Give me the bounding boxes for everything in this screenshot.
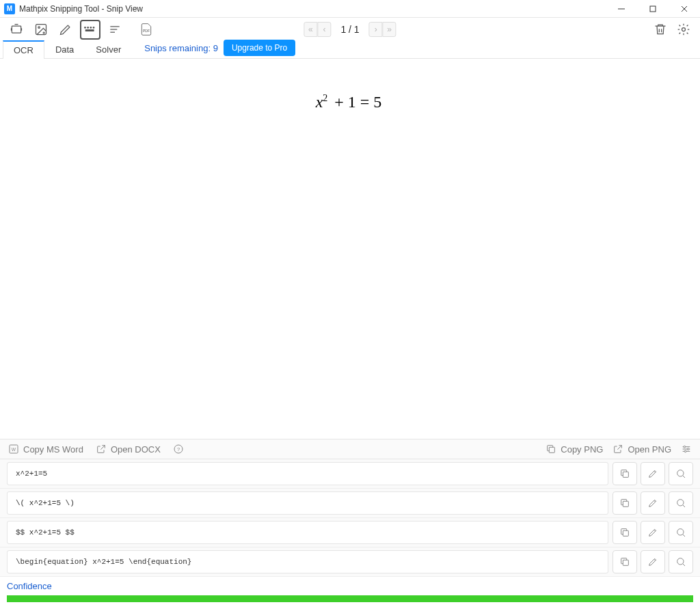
svg-point-29 bbox=[677, 470, 684, 476]
svg-rect-31 bbox=[623, 501, 628, 506]
svg-point-7 bbox=[85, 27, 86, 28]
svg-line-36 bbox=[683, 534, 685, 537]
svg-rect-34 bbox=[623, 530, 628, 536]
maximize-button[interactable] bbox=[637, 0, 669, 18]
tool-group-left: PDF bbox=[7, 20, 156, 39]
edit-button[interactable] bbox=[641, 521, 665, 544]
svg-text:W: W bbox=[12, 447, 16, 452]
svg-line-33 bbox=[683, 505, 685, 507]
svg-point-6 bbox=[38, 27, 40, 29]
copy-button[interactable] bbox=[612, 491, 637, 515]
confidence-bar bbox=[7, 595, 693, 602]
pager-next-button[interactable]: › bbox=[369, 22, 383, 37]
delete-icon[interactable] bbox=[651, 20, 670, 39]
confidence-fill bbox=[7, 595, 693, 602]
window-title: Mathpix Snipping Tool - Snip View bbox=[19, 4, 606, 14]
output-text[interactable]: \( x^2+1=5 \) bbox=[7, 491, 608, 515]
toolbar: PDF « ‹ 1 / 1 › » bbox=[0, 18, 700, 41]
edit-button[interactable] bbox=[641, 491, 665, 515]
tabs-row: OCR Data Solver Snips remaining: 9 Upgra… bbox=[0, 41, 700, 59]
upgrade-button[interactable]: Upgrade to Pro bbox=[224, 40, 295, 56]
copy-icon bbox=[546, 444, 556, 455]
screenshot-snip-icon[interactable] bbox=[7, 20, 26, 39]
edit-button[interactable] bbox=[641, 462, 665, 485]
tab-ocr[interactable]: OCR bbox=[3, 40, 44, 59]
app-icon: M bbox=[4, 3, 15, 14]
svg-point-9 bbox=[90, 27, 92, 28]
output-text[interactable]: x^2+1=5 bbox=[7, 462, 608, 485]
window-controls bbox=[606, 0, 700, 18]
copy-ms-word-button[interactable]: W Copy MS Word bbox=[8, 444, 83, 455]
external-link-icon bbox=[612, 444, 623, 455]
svg-rect-4 bbox=[12, 26, 21, 33]
output-row: \( x^2+1=5 \) bbox=[0, 489, 700, 518]
preview-area: x2 + 1 = 5 bbox=[0, 59, 700, 439]
page-indicator: 1 / 1 bbox=[340, 24, 359, 35]
output-row: \begin{equation} x^2+1=5 \end{equation} bbox=[0, 547, 700, 577]
svg-line-30 bbox=[683, 476, 685, 478]
word-icon: W bbox=[8, 444, 19, 455]
tab-solver[interactable]: Solver bbox=[85, 40, 132, 58]
svg-rect-28 bbox=[623, 472, 628, 477]
svg-point-32 bbox=[677, 500, 684, 506]
svg-point-38 bbox=[677, 558, 684, 565]
external-link-icon bbox=[96, 444, 107, 455]
svg-point-27 bbox=[684, 450, 686, 452]
settings-icon[interactable] bbox=[674, 20, 693, 39]
minimize-button[interactable] bbox=[606, 0, 637, 18]
search-button[interactable] bbox=[669, 550, 693, 573]
copy-button[interactable] bbox=[612, 550, 637, 573]
svg-point-35 bbox=[677, 529, 684, 535]
svg-rect-1 bbox=[650, 6, 656, 12]
svg-point-26 bbox=[687, 448, 689, 450]
open-docx-button[interactable]: Open DOCX bbox=[96, 444, 161, 455]
search-button[interactable] bbox=[669, 521, 693, 544]
close-button[interactable] bbox=[669, 0, 700, 18]
keyboard-icon[interactable] bbox=[81, 20, 100, 39]
svg-point-16 bbox=[682, 28, 686, 31]
svg-rect-21 bbox=[550, 447, 555, 452]
output-list: x^2+1=5 \( x^2+1=5 \) $$ x^2+1=5 $$ \beg… bbox=[0, 459, 700, 577]
confidence-section: Confidence bbox=[0, 577, 700, 609]
search-button[interactable] bbox=[669, 462, 693, 485]
pdf-icon[interactable]: PDF bbox=[137, 20, 156, 39]
copy-button[interactable] bbox=[612, 462, 637, 485]
copy-button[interactable] bbox=[612, 521, 637, 544]
svg-point-8 bbox=[88, 27, 89, 28]
svg-point-10 bbox=[93, 27, 94, 28]
tab-data[interactable]: Data bbox=[44, 40, 85, 58]
rendered-equation: x2 + 1 = 5 bbox=[316, 93, 385, 111]
snips-remaining: Snips remaining: 9 Upgrade to Pro bbox=[144, 40, 295, 58]
pager: « ‹ 1 / 1 › » bbox=[304, 22, 396, 37]
list-icon[interactable] bbox=[105, 20, 124, 39]
tool-group-right bbox=[651, 20, 693, 39]
pager-first-button[interactable]: « bbox=[304, 22, 317, 37]
output-text[interactable]: $$ x^2+1=5 $$ bbox=[7, 521, 608, 544]
sliders-icon[interactable] bbox=[681, 444, 692, 455]
svg-rect-37 bbox=[623, 560, 628, 565]
svg-text:?: ? bbox=[177, 446, 180, 452]
open-png-button[interactable]: Open PNG bbox=[612, 444, 671, 455]
image-upload-icon[interactable] bbox=[31, 20, 51, 39]
pager-prev-group: « ‹ bbox=[304, 22, 331, 37]
pager-prev-button[interactable]: ‹ bbox=[317, 22, 331, 37]
output-row: $$ x^2+1=5 $$ bbox=[0, 518, 700, 547]
search-button[interactable] bbox=[669, 491, 693, 515]
pager-next-group: › » bbox=[369, 22, 396, 37]
output-text[interactable]: \begin{equation} x^2+1=5 \end{equation} bbox=[7, 550, 608, 573]
edit-icon[interactable] bbox=[56, 20, 75, 39]
output-row: x^2+1=5 bbox=[0, 459, 700, 489]
export-bar: W Copy MS Word Open DOCX ? Copy PNG Open… bbox=[0, 439, 700, 459]
confidence-label: Confidence bbox=[7, 581, 693, 591]
pager-last-button[interactable]: » bbox=[383, 22, 396, 37]
title-bar: M Mathpix Snipping Tool - Snip View bbox=[0, 0, 700, 18]
edit-button[interactable] bbox=[641, 550, 665, 573]
svg-rect-11 bbox=[85, 29, 94, 31]
svg-text:PDF: PDF bbox=[143, 29, 150, 33]
svg-line-39 bbox=[683, 564, 685, 566]
copy-png-button[interactable]: Copy PNG bbox=[546, 444, 603, 455]
help-icon[interactable]: ? bbox=[173, 444, 184, 455]
svg-point-25 bbox=[684, 446, 686, 448]
